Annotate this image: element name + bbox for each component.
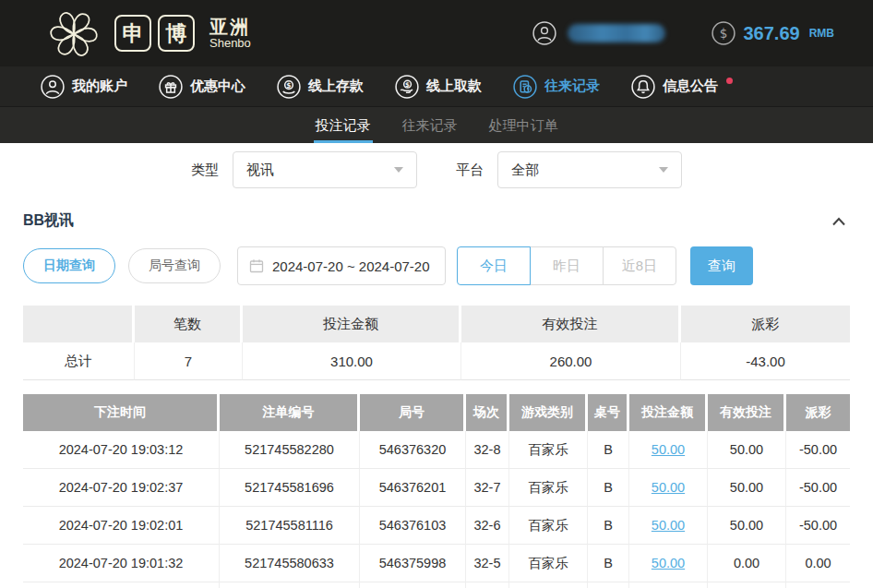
col-header-payout: 派彩 (786, 394, 850, 431)
content-area: 类型 视讯 平台 全部 BB视讯 日期查询 局号查询 (0, 151, 873, 588)
type-select[interactable]: 视讯 (233, 151, 417, 188)
summary-total-bet-amount: 310.00 (243, 342, 461, 380)
table-row: 2024-07-20 19:01:32521745580633546375998… (23, 545, 850, 582)
platform-select-value: 全部 (511, 162, 539, 179)
calendar-icon (249, 258, 264, 273)
section-title-bb-video: BB视讯 (23, 211, 74, 231)
range-last8days-button[interactable]: 近8日 (603, 246, 676, 285)
records-clipboard-clock-icon (513, 75, 537, 99)
balance-amount: 367.69 (744, 23, 800, 44)
brand-name-boxes: 申 博 (114, 15, 195, 52)
notification-badge-dot (726, 78, 733, 84)
summary-total-valid-bet: 260.00 (461, 342, 681, 380)
nav-label: 线上存款 (308, 78, 364, 95)
table-row: 2024-07-20 19:03:12521745582280546376320… (23, 431, 850, 469)
cell-payout: 0.00 (786, 545, 850, 582)
cell-table-no: B (588, 431, 629, 469)
nav-item-withdraw[interactable]: $ 线上取款 (395, 75, 482, 99)
bet-amount-link[interactable]: 50.00 (652, 518, 685, 533)
cell-payout: -50.00 (786, 507, 850, 545)
collapse-section-button[interactable] (828, 215, 850, 228)
username-redacted (568, 24, 665, 42)
col-header-bet-time: 下注时间 (23, 394, 220, 431)
cell-bet-amount: 50.00 (629, 507, 708, 545)
cell-bet-time: 2024-07-20 19:02:37 (23, 469, 220, 507)
cell-order-no: 521745580057 (220, 582, 360, 588)
brand-region: 亚洲 (209, 18, 251, 37)
cell-valid-bet: 50.00 (708, 507, 786, 545)
bet-amount-link[interactable]: 50.00 (652, 556, 685, 570)
cell-bet-time: 2024-07-20 19:01:32 (23, 545, 220, 582)
cell-session: 32-7 (466, 469, 509, 507)
deposit-coin-icon: $ (277, 75, 301, 99)
cell-valid-bet: 50.00 (708, 469, 786, 507)
cell-bet-amount: 50.00 (629, 431, 708, 469)
cell-valid-bet: 0.00 (708, 545, 786, 582)
nav-item-promotions[interactable]: 优惠中心 (159, 75, 245, 99)
cell-table-no: B (588, 469, 629, 507)
nav-label: 信息公告 (663, 78, 718, 95)
bet-table-body: 2024-07-20 19:03:12521745582280546376320… (23, 431, 850, 588)
range-today-button[interactable]: 今日 (457, 246, 531, 285)
cell-game-type: 百家乐 (509, 469, 588, 507)
col-header-bet-amount: 投注金额 (629, 394, 708, 431)
cell-order-no: 521745580633 (220, 545, 360, 582)
quick-range-group: 今日 昨日 近8日 (457, 246, 676, 285)
nav-label: 往来记录 (544, 78, 600, 95)
cell-payout: 50.00 (786, 582, 850, 588)
cell-game-type: 百家乐 (509, 582, 588, 588)
table-row: 2024-07-20 19:02:01521745581116546376103… (23, 507, 850, 545)
cell-table-no: B (588, 545, 629, 582)
table-row: 2024-07-20 19:00:59521745580057546375895… (23, 582, 850, 588)
nav-item-deposit[interactable]: $ 线上存款 (277, 75, 364, 99)
date-query-toggle[interactable]: 日期查询 (23, 248, 115, 283)
cell-bet-time: 2024-07-20 19:03:12 (23, 431, 220, 469)
cell-order-no: 521745581696 (220, 469, 360, 507)
date-range-input[interactable]: 2024-07-20 ~ 2024-07-20 (237, 246, 446, 285)
gift-icon (159, 75, 183, 99)
cell-round-no: 546375895 (360, 582, 466, 588)
col-header-game-type: 游戏类别 (509, 394, 588, 431)
person-icon (41, 75, 65, 99)
cell-round-no: 546375998 (360, 545, 466, 582)
bet-amount-link[interactable]: 50.00 (652, 480, 685, 495)
nav-label: 线上取款 (426, 78, 482, 95)
tab-transaction-records[interactable]: 往来记录 (401, 107, 460, 143)
summary-header-count: 笔数 (135, 306, 243, 342)
nav-label: 优惠中心 (190, 78, 245, 95)
summary-header-bet-amount: 投注金额 (243, 306, 461, 342)
cell-session: 32-6 (466, 507, 509, 545)
chevron-up-icon (831, 217, 846, 226)
cell-round-no: 546376320 (360, 431, 466, 469)
bet-amount-link[interactable]: 50.00 (652, 442, 685, 457)
col-header-session: 场次 (466, 394, 509, 431)
nav-item-my-account[interactable]: 我的账户 (41, 75, 127, 99)
summary-header-valid-bet: 有效投注 (461, 306, 681, 342)
cell-game-type: 百家乐 (509, 545, 588, 582)
user-account-chip[interactable] (532, 21, 665, 45)
nav-item-announcements[interactable]: 信息公告 (631, 75, 733, 99)
tab-pending-orders[interactable]: 处理中订单 (487, 107, 560, 143)
col-header-valid-bet: 有效投注 (708, 394, 786, 431)
main-nav: 我的账户 优惠中心 $ 线上存款 $ 线上取款 (0, 66, 873, 106)
search-button[interactable]: 查询 (690, 246, 753, 285)
nav-item-transaction-records[interactable]: 往来记录 (513, 75, 600, 99)
tab-bet-records[interactable]: 投注记录 (314, 107, 373, 143)
cell-bet-time: 2024-07-20 19:00:59 (23, 582, 220, 588)
cell-valid-bet: 50.00 (708, 431, 786, 469)
brand-logo[interactable]: 申 博 亚洲 Shenbo (46, 6, 251, 61)
round-query-toggle[interactable]: 局号查询 (128, 248, 221, 283)
balance-display[interactable]: $ 367.69 RMB (712, 21, 835, 45)
range-yesterday-button[interactable]: 昨日 (530, 246, 604, 285)
user-icon (532, 21, 556, 45)
summary-total-row: 总计 7 310.00 260.00 -43.00 (23, 342, 850, 380)
bet-records-table: 下注时间 注单编号 局号 场次 游戏类别 桌号 投注金额 有效投注 派彩 202… (23, 394, 850, 588)
brand-char-2: 博 (158, 15, 195, 52)
cell-payout: -50.00 (786, 431, 850, 469)
cell-round-no: 546376103 (360, 507, 466, 545)
summary-total-payout: -43.00 (681, 342, 850, 380)
bet-table-header-row: 下注时间 注单编号 局号 场次 游戏类别 桌号 投注金额 有效投注 派彩 (23, 394, 850, 431)
platform-select[interactable]: 全部 (497, 151, 682, 188)
filter-row: 类型 视讯 平台 全部 (23, 151, 850, 188)
svg-text:$: $ (719, 26, 727, 41)
